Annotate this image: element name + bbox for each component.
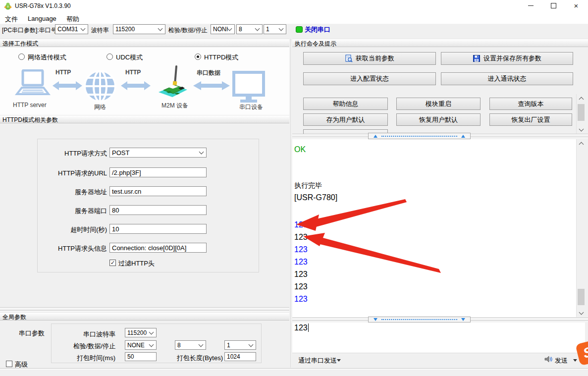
text-caret (308, 323, 309, 332)
diagram-http-server-label: HTTP server (13, 102, 47, 108)
pack-time-input[interactable]: 50 (125, 352, 157, 361)
databits-select[interactable]: 8 (236, 24, 263, 34)
databits-value: 8 (239, 26, 242, 33)
serial-parity-select[interactable]: NONE (125, 340, 157, 350)
enter-config-label: 进入配置状态 (350, 74, 389, 83)
restore-user-default-button[interactable]: 恢复用户默认 (396, 113, 481, 126)
scroll-down-button[interactable] (577, 125, 586, 134)
module-restart-button[interactable]: 模块重启 (396, 98, 481, 110)
chevron-up-icon (579, 97, 584, 102)
chevron-down-icon (158, 26, 163, 31)
chevron-down-icon (149, 329, 154, 334)
speaker-icon (544, 355, 553, 364)
http-url-value: /2.php[3F] (112, 169, 141, 176)
http-header-label: HTTP请求头信息 (30, 244, 107, 253)
scroll-down-button[interactable] (577, 309, 586, 317)
radio-udc-mode[interactable] (107, 54, 113, 60)
serial-baud-value: 115200 (127, 329, 147, 336)
http-header-value: Connection: close[0D][0A] (112, 244, 186, 252)
menu-file[interactable]: 文件 (5, 15, 18, 24)
help-info-button[interactable]: 帮助信息 (303, 98, 388, 110)
log-line: 123 (294, 282, 308, 291)
brand-logo-letter: S (582, 344, 588, 362)
query-version-button[interactable]: 查询版本 (489, 98, 572, 110)
app-window: USR-G78x V1.0.3.90 × 文件 Language 帮助 [PC串… (0, 0, 588, 376)
radio-transparent-mode[interactable] (18, 54, 25, 60)
menu-language[interactable]: Language (28, 15, 56, 22)
scroll-up-button[interactable] (577, 139, 586, 148)
com-port-select[interactable]: COM31 (55, 24, 88, 34)
get-params-button[interactable]: 获取当前参数 (303, 52, 436, 65)
chevron-up-icon (579, 142, 584, 147)
log-scrollbar[interactable] (576, 139, 586, 317)
send-input-area[interactable]: 123 (292, 322, 585, 353)
panel-divider[interactable] (290, 39, 291, 368)
close-button[interactable]: × (568, 0, 585, 11)
diagram-serial-device-label: 串口设备 (239, 103, 263, 111)
timeout-input[interactable]: 10 (109, 224, 207, 234)
parity-select[interactable]: NONI (211, 24, 235, 34)
send-options-arrow-icon[interactable] (573, 359, 577, 362)
pack-len-input[interactable]: 1024 (224, 352, 256, 361)
laptop-icon (12, 69, 53, 100)
minimize-icon (528, 5, 534, 6)
server-addr-input[interactable]: test.usr.cn (109, 186, 207, 196)
scrollbar-thumb[interactable] (578, 289, 585, 305)
scrollbar-thumb[interactable] (578, 104, 585, 121)
floppy-save-icon (473, 54, 481, 62)
chevron-down-icon (279, 26, 284, 31)
menu-bar: 文件 Language 帮助 (0, 12, 588, 24)
send-button[interactable]: 发送 (555, 356, 568, 365)
triangle-down-icon (461, 318, 465, 321)
double-arrow-icon (120, 80, 151, 91)
enter-comm-button[interactable]: 进入通讯状态 (441, 72, 573, 85)
serial-baud-select[interactable]: 115200 (125, 328, 157, 337)
log-splitter-handle[interactable] (368, 133, 471, 139)
serial-databits-select[interactable]: 8 (175, 340, 206, 350)
enter-config-button[interactable]: 进入配置状态 (303, 72, 436, 85)
title-bar: USR-G78x V1.0.3.90 × (0, 0, 588, 12)
server-port-value: 80 (112, 207, 119, 214)
chevron-down-icon (249, 342, 254, 347)
serial-status-icon (296, 26, 303, 33)
serial-databits-value: 8 (177, 342, 181, 349)
command-scrollbar[interactable] (576, 94, 586, 134)
monitor-icon (232, 71, 265, 107)
menu-help[interactable]: 帮助 (66, 15, 79, 24)
http-url-input[interactable]: /2.php[3F] (109, 167, 207, 177)
filter-http-checkbox[interactable]: ✓ (109, 260, 116, 266)
stopbits-select[interactable]: 1 (264, 24, 286, 34)
log-line: [USR-G780] (294, 193, 337, 202)
server-port-label: 服务器端口 (30, 207, 107, 215)
diagram-link1-label: HTTP (55, 69, 71, 76)
close-serial-link[interactable]: 关闭串口 (305, 25, 330, 34)
maximize-button[interactable] (545, 0, 562, 11)
save-user-default-button[interactable]: 存为用户默认 (303, 113, 388, 126)
diagram-link3-label: 串口数据 (197, 69, 220, 77)
chevron-down-icon (255, 26, 260, 31)
window-title: USR-G78x V1.0.3.90 (15, 2, 71, 9)
http-header-input[interactable]: Connection: close[0D][0A] (109, 243, 207, 253)
dropdown-arrow-icon[interactable] (337, 359, 341, 362)
server-port-input[interactable]: 80 (109, 205, 207, 215)
restore-user-default-label: 恢复用户默认 (419, 115, 458, 124)
restore-factory-button[interactable]: 恢复出厂设置 (489, 113, 572, 126)
radio-selected-dot (197, 55, 199, 58)
m2m-device-icon (157, 63, 189, 101)
advanced-checkbox[interactable] (6, 361, 12, 367)
log-line: 123 (294, 233, 308, 242)
pack-time-value: 50 (127, 353, 134, 360)
radio-httpd-mode[interactable] (195, 54, 201, 60)
minimize-button[interactable] (522, 0, 539, 11)
send-splitter-handle[interactable] (368, 317, 471, 322)
divider (0, 368, 588, 370)
filter-http-label: 过滤HTTP头 (118, 259, 155, 268)
save-params-button[interactable]: 设置并保存所有参数 (441, 52, 573, 65)
scroll-up-button[interactable] (577, 94, 586, 103)
globe-icon (83, 69, 117, 103)
send-via-serial-dropdown[interactable]: 通过串口发送 (298, 356, 337, 365)
baud-select[interactable]: 115200 (113, 24, 165, 34)
serial-stopbits-select[interactable]: 1 (224, 340, 256, 350)
log-area[interactable] (292, 139, 576, 317)
http-method-select[interactable]: POST (109, 148, 207, 158)
